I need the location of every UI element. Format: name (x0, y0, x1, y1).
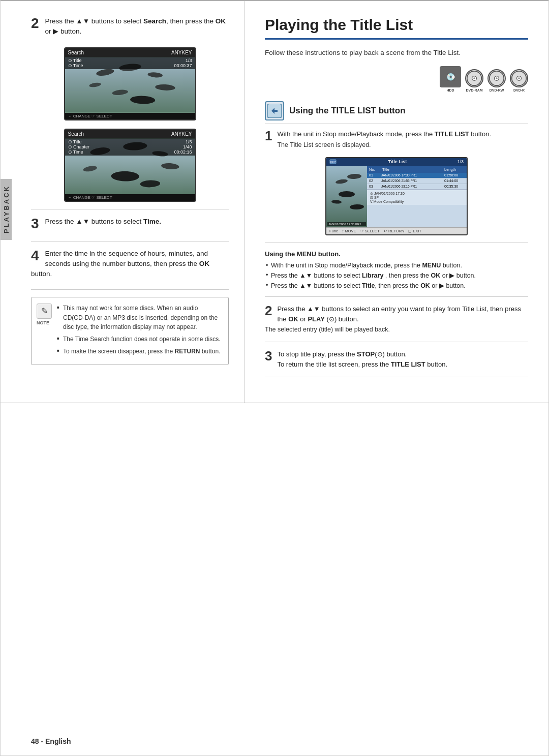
right-step-2-block: 2 Press the ▲▼ buttons to select an entr… (265, 304, 528, 335)
screen1-header-right: ANYKEY (171, 50, 192, 55)
tl-header-left: REC (329, 159, 338, 165)
right-step-2-sub: The selected entry (title) will be playe… (265, 326, 390, 333)
tl-title-label: Title List (388, 159, 407, 165)
device-icon-dvdrw: DVD-RW (487, 69, 506, 92)
menu-button-section: Using the MENU button. With the unit in … (265, 250, 528, 289)
note-bullet-1: This may not work for some discs. When a… (57, 304, 221, 332)
menu-button-title: Using the MENU button. (265, 250, 528, 258)
tl-row-1: 01 JAN/01/2006 17:30 PR1 01:50:08 (367, 173, 467, 178)
right-step-1-text: With the unit in Stop mode/Playback mode… (265, 129, 528, 149)
screen1-body: ⊙ Title1/3 ⊙ Time00:00:37 (65, 57, 195, 113)
right-divider-3 (265, 342, 528, 342)
tl-footer-exit: ◻ EXIT (408, 229, 421, 233)
tl-footer-select: ☞ SELECT (360, 229, 380, 233)
hdd-label: HDD (446, 88, 454, 92)
hdd-icon: 💽 (440, 66, 461, 87)
step-4-text: Enter the time in the sequence of hours,… (31, 249, 229, 280)
main-layout: Playback 2 Press the ▲▼ buttons to selec… (1, 1, 548, 403)
dvdram-icon (465, 69, 483, 87)
dvdrw-label: DVD-RW (490, 88, 504, 92)
tl-row-2: 02 JAN/01/2006 21:56 PR1 01:44:00 (367, 178, 467, 184)
menu-bullet-3: Press the ▲▼ buttons to select Title, th… (265, 282, 528, 289)
tl-footer: Func ↕ MOVE ☞ SELECT ↩ RETURN ◻ EXIT (326, 227, 467, 234)
page-footer: 48 - English (31, 737, 71, 745)
playback-label: Playback (3, 185, 10, 233)
note-bullet-3: To make the screen disappear, press the … (57, 347, 221, 356)
screen2-header: Search ANYKEY (65, 130, 195, 138)
tl-footer-func: Func (329, 229, 338, 233)
right-column: Playing the Title List Follow these inst… (245, 1, 548, 403)
col-title: Title (382, 167, 440, 172)
right-divider-4 (265, 377, 528, 377)
note-box: ✎ NOTE This may not work for some discs.… (31, 297, 229, 365)
dvdr-label: DVD-R (513, 88, 525, 92)
col-no: No. (369, 167, 378, 172)
screen2-bottom: ↔ CHANGE ☞ SELECT (65, 194, 195, 201)
svg-point-26 (518, 78, 520, 80)
right-step-2-text: Press the ▲▼ buttons to select an entry … (265, 304, 528, 335)
note-label: NOTE (37, 320, 49, 327)
tl-thumb-date: JAN/01/2006 17:30 PR1 (327, 222, 366, 226)
step-4-block: 4 Enter the time in the sequence of hour… (31, 249, 229, 280)
tl-row-3: 03 JAN/01/2006 23:16 PR1 00:35:30 (367, 184, 467, 190)
col-length: Length (444, 167, 465, 172)
section-title: Playing the Title List (265, 16, 528, 40)
tl-footer-return: ↩ RETURN (384, 229, 404, 233)
divider-1 (31, 209, 229, 209)
menu-bullet-1: With the unit in Stop mode/Playback mode… (265, 262, 528, 269)
dvdr-icon (510, 69, 528, 87)
step-2-text: Press the ▲▼ buttons to select Search, t… (31, 16, 229, 37)
svg-point-23 (496, 78, 498, 80)
using-title-text: Using the TITLE LIST button (289, 106, 406, 116)
tl-footer-move: ↕ MOVE (342, 229, 356, 233)
svg-point-20 (473, 78, 475, 80)
step-3-block: 3 Press the ▲▼ buttons to select Time. (31, 217, 229, 231)
tl-header: REC Title List 1/3 (326, 158, 467, 166)
tl-list-header: No. Title Length (367, 166, 467, 173)
screen2-body: ⊙ Title1/5 ⊙ Chapter1/40 ⊙ Time00:02:16 (65, 138, 195, 194)
svg-text:REC: REC (330, 161, 337, 164)
svg-point-34 (339, 191, 355, 197)
right-step-1-number: 1 (265, 129, 272, 142)
step-3-number: 3 (31, 217, 39, 231)
divider-2 (31, 241, 229, 241)
page-container: Playback 2 Press the ▲▼ buttons to selec… (0, 0, 549, 756)
title-list-screen: REC Title List 1/3 (325, 157, 468, 235)
right-step-3-text: To stop title play, press the STOP(⊙) bu… (265, 349, 528, 370)
right-step-1-block: 1 With the unit in Stop mode/Playback mo… (265, 129, 528, 149)
step-2-number: 2 (31, 16, 39, 31)
screen1-mockup: Search ANYKEY (64, 47, 196, 120)
device-icons-row: 💽 HDD DVD-RAM (265, 66, 528, 92)
dvdram-label: DVD-RAM (466, 88, 482, 92)
tl-info: ⊙ JAN/01/2006 17:30 ⊡ SP V-Mode Compatib… (367, 190, 467, 205)
step-3-text: Press the ▲▼ buttons to select Time. (31, 217, 229, 227)
screen1-bottom: ↔ CHANGE ☞ SELECT (65, 113, 195, 119)
dvdrw-icon (487, 69, 506, 87)
intro-text: Follow these instructions to play back a… (265, 48, 528, 58)
divider-3 (31, 289, 229, 290)
tl-body: JAN/01/2006 17:30 PR1 No. Title Length (326, 166, 467, 227)
screen2-header-right: ANYKEY (171, 131, 192, 137)
using-icon (265, 101, 284, 120)
menu-bullet-2: Press the ▲▼ buttons to select Library ,… (265, 271, 528, 279)
tl-list: No. Title Length 01 JAN/01/2006 17:30 PR… (367, 166, 467, 227)
using-header: Using the TITLE LIST button (265, 101, 528, 124)
left-column: Playback 2 Press the ▲▼ buttons to selec… (1, 1, 245, 403)
playback-sidebar: Playback (1, 179, 12, 240)
right-divider-2 (265, 296, 528, 297)
step-2-block: 2 Press the ▲▼ buttons to select Search,… (31, 16, 229, 37)
screen2-header-left: Search (68, 131, 84, 137)
screen1-header: Search ANYKEY (65, 48, 195, 57)
screen2-info: ⊙ Title1/5 ⊙ Chapter1/40 ⊙ Time00:02:16 (65, 138, 195, 156)
device-icon-dvdram: DVD-RAM (465, 69, 483, 92)
note-bullet-2: The Time Search function does not operat… (57, 335, 221, 344)
using-title-list-section: Using the TITLE LIST button 1 With the u… (265, 101, 528, 377)
device-icon-dvdr: DVD-R (510, 69, 528, 92)
tl-page: 1/3 (457, 159, 464, 165)
right-divider-1 (265, 243, 528, 243)
right-step-2-number: 2 (265, 304, 272, 317)
right-step-3-number: 3 (265, 349, 272, 362)
bottom-rule (1, 403, 548, 403)
device-icon-hdd: 💽 HDD (440, 66, 461, 92)
screen1-info: ⊙ Title1/3 ⊙ Time00:00:37 (65, 57, 195, 69)
